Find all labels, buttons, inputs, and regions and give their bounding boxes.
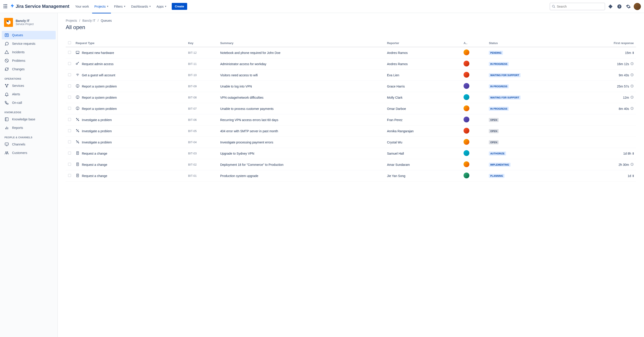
assignee-avatar[interactable] bbox=[464, 94, 469, 100]
nav-projects[interactable]: Projects▼ bbox=[92, 3, 111, 10]
row-checkbox[interactable] bbox=[68, 118, 71, 121]
table-row[interactable]: Report a system problemBIT-09Unable to l… bbox=[66, 81, 636, 92]
summary[interactable]: Investigate processing payment errors bbox=[220, 141, 273, 144]
summary[interactable]: VPN outage/network difficulties bbox=[220, 96, 264, 99]
row-checkbox[interactable] bbox=[68, 129, 71, 132]
status-badge[interactable]: IN PROGRESS bbox=[489, 62, 508, 66]
sidebar-item-on-call[interactable]: On-call bbox=[2, 99, 56, 107]
table-row[interactable]: Report a system problemBIT-08VPN outage/… bbox=[66, 92, 636, 103]
search-input[interactable] bbox=[557, 5, 603, 8]
status-badge[interactable]: WAITING FOR SUPPORT bbox=[489, 73, 520, 77]
assignee-avatar[interactable] bbox=[464, 117, 469, 122]
summary[interactable]: 404 error with SMTP server in past month bbox=[220, 129, 278, 133]
table-row[interactable]: Investigate a problemBIT-04Investigate p… bbox=[66, 137, 636, 148]
summary[interactable]: Unable to process customer payments bbox=[220, 107, 274, 111]
row-checkbox[interactable] bbox=[68, 163, 71, 166]
help-icon[interactable]: ? bbox=[616, 3, 623, 10]
issue-key[interactable]: BIT-01 bbox=[188, 174, 196, 177]
product-logo[interactable]: Jira Service Management bbox=[10, 3, 69, 10]
status-badge[interactable]: WAITING FOR SUPPORT bbox=[489, 96, 520, 100]
status-badge[interactable]: OPEN bbox=[489, 129, 498, 133]
summary[interactable]: Upgrade to Sydney VPN bbox=[220, 152, 254, 155]
col-reporter[interactable]: Reporter bbox=[385, 39, 461, 47]
assignee-avatar[interactable] bbox=[464, 150, 469, 156]
col-request-type[interactable]: Request Type bbox=[73, 39, 186, 47]
table-row[interactable]: Request new hardwareBIT-12Notebook and p… bbox=[66, 47, 636, 58]
issue-key[interactable]: BIT-11 bbox=[188, 62, 196, 66]
issue-key[interactable]: BIT-05 bbox=[188, 129, 196, 133]
issue-key[interactable]: BIT-12 bbox=[188, 51, 196, 54]
user-avatar[interactable] bbox=[634, 3, 641, 10]
table-row[interactable]: Investigate a problemBIT-06Recurring VPN… bbox=[66, 114, 636, 126]
row-checkbox[interactable] bbox=[68, 62, 71, 65]
nav-your-work[interactable]: Your work bbox=[73, 3, 91, 10]
sidebar-item-problems[interactable]: Problems bbox=[2, 56, 56, 65]
issue-key[interactable]: BIT-02 bbox=[188, 163, 196, 166]
app-switcher-icon[interactable] bbox=[3, 4, 8, 9]
table-row[interactable]: Request admin accessBIT-11Administrator … bbox=[66, 58, 636, 70]
project-header[interactable]: Bancly IT Service Project bbox=[2, 17, 56, 31]
sidebar-item-queues[interactable]: Queues bbox=[2, 31, 56, 39]
assignee-avatar[interactable] bbox=[464, 105, 469, 111]
search-box[interactable] bbox=[550, 3, 605, 10]
settings-icon[interactable] bbox=[625, 3, 632, 10]
select-all-checkbox[interactable] bbox=[68, 41, 71, 44]
issue-key[interactable]: BIT-06 bbox=[188, 118, 196, 122]
assignee-avatar[interactable] bbox=[464, 61, 469, 67]
status-badge[interactable]: AUTHORIZE bbox=[489, 152, 506, 156]
row-checkbox[interactable] bbox=[68, 96, 71, 99]
issue-key[interactable]: BIT-03 bbox=[188, 152, 196, 155]
summary[interactable]: Recurring VPN access errors last 60 days bbox=[220, 118, 278, 122]
assignee-avatar[interactable] bbox=[464, 50, 469, 55]
status-badge[interactable]: PENDING bbox=[489, 51, 503, 55]
table-row[interactable]: Get a guest wifi accountBIT-10Visitors n… bbox=[66, 70, 636, 81]
table-row[interactable]: Request a changeBIT-02Deployment 18 for … bbox=[66, 159, 636, 170]
sidebar-item-reports[interactable]: Reports bbox=[2, 124, 56, 132]
status-badge[interactable]: IN PROGRESS bbox=[489, 84, 508, 88]
nav-dashboards[interactable]: Dashboards▼ bbox=[129, 3, 153, 10]
assignee-avatar[interactable] bbox=[464, 83, 469, 89]
notifications-icon[interactable] bbox=[607, 3, 614, 10]
sidebar-item-knowledge-base[interactable]: Knowledge base bbox=[2, 115, 56, 124]
row-checkbox[interactable] bbox=[68, 73, 71, 76]
assignee-avatar[interactable] bbox=[464, 128, 469, 134]
row-checkbox[interactable] bbox=[68, 107, 71, 110]
issue-key[interactable]: BIT-09 bbox=[188, 85, 196, 88]
table-row[interactable]: Request a changeBIT-03Upgrade to Sydney … bbox=[66, 148, 636, 159]
issue-key[interactable]: BIT-04 bbox=[188, 141, 196, 144]
col-status[interactable]: Status bbox=[486, 39, 576, 47]
col-assignee[interactable]: A.. bbox=[461, 39, 486, 47]
assignee-avatar[interactable] bbox=[464, 161, 469, 167]
table-row[interactable]: Report a system problemBIT-07Unable to p… bbox=[66, 103, 636, 114]
col-key[interactable]: Key bbox=[186, 39, 218, 47]
status-badge[interactable]: OPEN bbox=[489, 140, 498, 144]
table-row[interactable]: Request a changeBIT-01Production system … bbox=[66, 170, 636, 181]
sidebar-item-incidents[interactable]: Incidents bbox=[2, 48, 56, 56]
row-checkbox[interactable] bbox=[68, 152, 71, 155]
nav-apps[interactable]: Apps▼ bbox=[154, 3, 169, 10]
crumb-project[interactable]: Bancly IT bbox=[82, 19, 95, 22]
status-badge[interactable]: OPEN bbox=[489, 118, 498, 122]
status-badge[interactable]: IN PROGRESS bbox=[489, 107, 508, 111]
issue-key[interactable]: BIT-08 bbox=[188, 96, 196, 99]
summary[interactable]: Visitors need access to wifi bbox=[220, 73, 258, 77]
row-checkbox[interactable] bbox=[68, 174, 71, 177]
table-row[interactable]: Investigate a problemBIT-05404 error wit… bbox=[66, 126, 636, 137]
assignee-avatar[interactable] bbox=[464, 173, 469, 178]
assignee-avatar[interactable] bbox=[464, 72, 469, 78]
row-checkbox[interactable] bbox=[68, 84, 71, 88]
col-first-response[interactable]: First response bbox=[576, 39, 636, 47]
summary[interactable]: Production system upgrade bbox=[220, 174, 258, 178]
sidebar-item-service-requests[interactable]: Service requests bbox=[2, 39, 56, 48]
sidebar-item-channels[interactable]: Channels bbox=[2, 140, 56, 149]
status-badge[interactable]: PLANNING bbox=[489, 174, 504, 178]
nav-filters[interactable]: Filters▼ bbox=[112, 3, 128, 10]
summary[interactable]: Unable to log into VPN bbox=[220, 85, 252, 88]
sidebar-item-changes[interactable]: Changes bbox=[2, 65, 56, 73]
sidebar-item-alerts[interactable]: Alerts bbox=[2, 90, 56, 99]
col-summary[interactable]: Summary bbox=[218, 39, 385, 47]
sidebar-item-customers[interactable]: Customers bbox=[2, 149, 56, 157]
row-checkbox[interactable] bbox=[68, 140, 71, 143]
row-checkbox[interactable] bbox=[68, 51, 71, 54]
sidebar-item-services[interactable]: Services bbox=[2, 82, 56, 90]
